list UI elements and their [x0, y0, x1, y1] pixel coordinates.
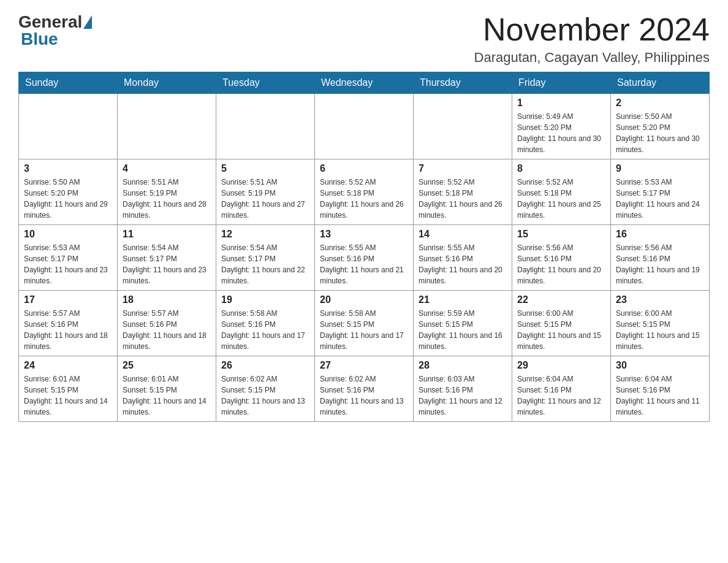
- calendar-header: SundayMondayTuesdayWednesdayThursdayFrid…: [19, 72, 710, 94]
- day-info: Sunrise: 6:01 AMSunset: 5:15 PMDaylight:…: [123, 373, 211, 418]
- day-number: 9: [616, 163, 704, 174]
- day-number: 15: [517, 229, 605, 240]
- day-header-sunday: Sunday: [19, 72, 118, 94]
- week-row-5: 24Sunrise: 6:01 AMSunset: 5:15 PMDayligh…: [19, 356, 710, 422]
- week-row-2: 3Sunrise: 5:50 AMSunset: 5:20 PMDaylight…: [19, 159, 710, 225]
- calendar-cell: 27Sunrise: 6:02 AMSunset: 5:16 PMDayligh…: [315, 356, 414, 422]
- calendar-cell: 8Sunrise: 5:52 AMSunset: 5:18 PMDaylight…: [512, 159, 611, 225]
- calendar-cell: 5Sunrise: 5:51 AMSunset: 5:19 PMDaylight…: [216, 159, 315, 225]
- day-number: 14: [419, 229, 507, 240]
- logo-blue-text: Blue: [21, 29, 58, 49]
- calendar-cell: 3Sunrise: 5:50 AMSunset: 5:20 PMDaylight…: [19, 159, 118, 225]
- day-info: Sunrise: 6:01 AMSunset: 5:15 PMDaylight:…: [24, 373, 112, 418]
- day-number: 3: [24, 163, 112, 174]
- calendar-cell: 15Sunrise: 5:56 AMSunset: 5:16 PMDayligh…: [512, 225, 611, 291]
- day-info: Sunrise: 5:54 AMSunset: 5:17 PMDaylight:…: [221, 242, 309, 286]
- day-info: Sunrise: 6:00 AMSunset: 5:15 PMDaylight:…: [616, 308, 704, 352]
- day-info: Sunrise: 5:53 AMSunset: 5:17 PMDaylight:…: [24, 242, 112, 286]
- day-info: Sunrise: 5:56 AMSunset: 5:16 PMDaylight:…: [517, 242, 605, 286]
- day-number: 16: [616, 229, 704, 240]
- day-number: 12: [221, 229, 309, 240]
- day-number: 24: [24, 360, 112, 371]
- day-number: 11: [123, 229, 211, 240]
- calendar-subtitle: Daragutan, Cagayan Valley, Philippines: [474, 50, 710, 66]
- calendar-cell: 20Sunrise: 5:58 AMSunset: 5:15 PMDayligh…: [315, 291, 414, 356]
- day-number: 2: [616, 98, 704, 109]
- calendar-cell: 28Sunrise: 6:03 AMSunset: 5:16 PMDayligh…: [414, 356, 512, 422]
- day-info: Sunrise: 6:02 AMSunset: 5:16 PMDaylight:…: [320, 373, 408, 418]
- day-header-saturday: Saturday: [611, 72, 710, 94]
- day-info: Sunrise: 5:57 AMSunset: 5:16 PMDaylight:…: [123, 308, 211, 352]
- day-number: 7: [419, 163, 507, 174]
- day-header-friday: Friday: [512, 72, 611, 94]
- calendar-cell: 19Sunrise: 5:58 AMSunset: 5:16 PMDayligh…: [216, 291, 315, 356]
- day-info: Sunrise: 5:51 AMSunset: 5:19 PMDaylight:…: [221, 177, 309, 221]
- day-info: Sunrise: 5:55 AMSunset: 5:16 PMDaylight:…: [320, 242, 408, 286]
- calendar-cell: 13Sunrise: 5:55 AMSunset: 5:16 PMDayligh…: [315, 225, 414, 291]
- calendar-cell: 7Sunrise: 5:52 AMSunset: 5:18 PMDaylight…: [414, 159, 512, 225]
- day-number: 8: [517, 163, 605, 174]
- day-info: Sunrise: 5:59 AMSunset: 5:15 PMDaylight:…: [419, 308, 507, 352]
- day-info: Sunrise: 5:55 AMSunset: 5:16 PMDaylight:…: [419, 242, 507, 286]
- day-info: Sunrise: 5:51 AMSunset: 5:19 PMDaylight:…: [123, 177, 211, 221]
- day-info: Sunrise: 5:50 AMSunset: 5:20 PMDaylight:…: [616, 111, 704, 155]
- calendar-cell: [216, 94, 315, 159]
- days-header-row: SundayMondayTuesdayWednesdayThursdayFrid…: [19, 72, 710, 94]
- calendar-cell: 1Sunrise: 5:49 AMSunset: 5:20 PMDaylight…: [512, 94, 611, 159]
- day-info: Sunrise: 5:57 AMSunset: 5:16 PMDaylight:…: [24, 308, 112, 352]
- day-number: 21: [419, 294, 507, 305]
- logo: General Blue: [18, 12, 92, 49]
- day-number: 6: [320, 163, 408, 174]
- calendar-cell: 24Sunrise: 6:01 AMSunset: 5:15 PMDayligh…: [19, 356, 118, 422]
- day-info: Sunrise: 5:56 AMSunset: 5:16 PMDaylight:…: [616, 242, 704, 286]
- day-info: Sunrise: 5:53 AMSunset: 5:17 PMDaylight:…: [616, 177, 704, 221]
- calendar-cell: 18Sunrise: 5:57 AMSunset: 5:16 PMDayligh…: [118, 291, 216, 356]
- calendar-cell: 6Sunrise: 5:52 AMSunset: 5:18 PMDaylight…: [315, 159, 414, 225]
- calendar-cell: [414, 94, 512, 159]
- logo-triangle-icon: [83, 15, 92, 29]
- day-number: 29: [517, 360, 605, 371]
- day-number: 20: [320, 294, 408, 305]
- day-number: 18: [123, 294, 211, 305]
- day-info: Sunrise: 5:52 AMSunset: 5:18 PMDaylight:…: [517, 177, 605, 221]
- calendar-cell: 10Sunrise: 5:53 AMSunset: 5:17 PMDayligh…: [19, 225, 118, 291]
- calendar-cell: 11Sunrise: 5:54 AMSunset: 5:17 PMDayligh…: [118, 225, 216, 291]
- day-number: 28: [419, 360, 507, 371]
- week-row-4: 17Sunrise: 5:57 AMSunset: 5:16 PMDayligh…: [19, 291, 710, 356]
- calendar-body: 1Sunrise: 5:49 AMSunset: 5:20 PMDaylight…: [19, 94, 710, 422]
- day-number: 5: [221, 163, 309, 174]
- calendar-cell: [19, 94, 118, 159]
- day-number: 27: [320, 360, 408, 371]
- day-info: Sunrise: 5:50 AMSunset: 5:20 PMDaylight:…: [24, 177, 112, 221]
- calendar-cell: 4Sunrise: 5:51 AMSunset: 5:19 PMDaylight…: [118, 159, 216, 225]
- day-header-wednesday: Wednesday: [315, 72, 414, 94]
- calendar-title: November 2024: [474, 12, 710, 47]
- calendar-cell: 21Sunrise: 5:59 AMSunset: 5:15 PMDayligh…: [414, 291, 512, 356]
- calendar-cell: 23Sunrise: 6:00 AMSunset: 5:15 PMDayligh…: [611, 291, 710, 356]
- day-info: Sunrise: 5:52 AMSunset: 5:18 PMDaylight:…: [419, 177, 507, 221]
- day-header-tuesday: Tuesday: [216, 72, 315, 94]
- calendar-cell: 29Sunrise: 6:04 AMSunset: 5:16 PMDayligh…: [512, 356, 611, 422]
- day-info: Sunrise: 5:52 AMSunset: 5:18 PMDaylight:…: [320, 177, 408, 221]
- header: General Blue November 2024 Daragutan, Ca…: [18, 12, 710, 66]
- day-number: 23: [616, 294, 704, 305]
- calendar-cell: 14Sunrise: 5:55 AMSunset: 5:16 PMDayligh…: [414, 225, 512, 291]
- day-info: Sunrise: 6:02 AMSunset: 5:15 PMDaylight:…: [221, 373, 309, 418]
- day-number: 4: [123, 163, 211, 174]
- calendar-cell: 9Sunrise: 5:53 AMSunset: 5:17 PMDaylight…: [611, 159, 710, 225]
- day-number: 1: [517, 98, 605, 109]
- day-info: Sunrise: 5:58 AMSunset: 5:15 PMDaylight:…: [320, 308, 408, 352]
- day-info: Sunrise: 6:04 AMSunset: 5:16 PMDaylight:…: [616, 373, 704, 418]
- calendar-cell: 17Sunrise: 5:57 AMSunset: 5:16 PMDayligh…: [19, 291, 118, 356]
- week-row-3: 10Sunrise: 5:53 AMSunset: 5:17 PMDayligh…: [19, 225, 710, 291]
- calendar-cell: [118, 94, 216, 159]
- calendar-cell: 26Sunrise: 6:02 AMSunset: 5:15 PMDayligh…: [216, 356, 315, 422]
- day-number: 22: [517, 294, 605, 305]
- day-info: Sunrise: 5:54 AMSunset: 5:17 PMDaylight:…: [123, 242, 211, 286]
- day-number: 19: [221, 294, 309, 305]
- calendar-cell: 25Sunrise: 6:01 AMSunset: 5:15 PMDayligh…: [118, 356, 216, 422]
- day-header-thursday: Thursday: [414, 72, 512, 94]
- week-row-1: 1Sunrise: 5:49 AMSunset: 5:20 PMDaylight…: [19, 94, 710, 159]
- calendar-table: SundayMondayTuesdayWednesdayThursdayFrid…: [18, 72, 710, 422]
- calendar-cell: 22Sunrise: 6:00 AMSunset: 5:15 PMDayligh…: [512, 291, 611, 356]
